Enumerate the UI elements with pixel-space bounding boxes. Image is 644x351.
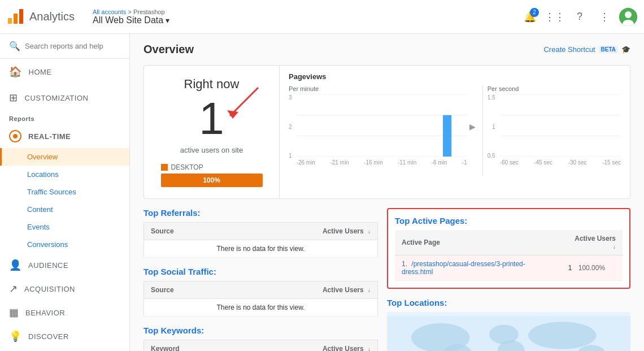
svg-rect-0	[8, 18, 12, 24]
acquisition-icon: ↗	[9, 283, 18, 295]
keywords-users-label: Active Users	[323, 345, 364, 351]
x-label-16min: -16 min	[364, 159, 382, 166]
keywords-table: Keyword Active Users ↓	[143, 340, 378, 351]
home-icon: 🏠	[9, 66, 22, 78]
x-label-21min: -21 min	[330, 159, 349, 166]
realtime-dot	[13, 134, 18, 138]
logo: Analytics	[7, 8, 75, 26]
social-table: Source Active Users ↓ There is no data f…	[143, 281, 378, 317]
social-empty-msg: There is no data for this view.	[144, 299, 378, 317]
sidebar-item-realtime[interactable]: REAL-TIME	[0, 124, 129, 148]
beta-badge: BETA	[599, 46, 618, 53]
notification-badge: 2	[530, 8, 539, 17]
right-arrow-icon: ▶	[469, 122, 476, 131]
per-minute-chart: Per minute 3 2 1	[289, 85, 483, 176]
svg-point-4	[625, 11, 632, 18]
sort-icon-pages: ↓	[613, 244, 616, 250]
page-user-count: 1	[568, 264, 572, 272]
active-users-label: active users on site	[180, 146, 243, 154]
conversions-label: Conversions	[27, 240, 68, 249]
svg-rect-12	[443, 115, 451, 157]
help-button[interactable]: ?	[569, 7, 590, 27]
sidebar-item-locations[interactable]: Locations	[0, 166, 129, 183]
sidebar-item-overview[interactable]: Overview	[0, 148, 129, 166]
page-title: Overview	[143, 43, 194, 56]
page-header: Overview Create Shortcut BETA 🎓	[143, 43, 630, 56]
x-label-30sec: -30 sec	[568, 159, 587, 166]
sidebar-item-home[interactable]: 🏠 HOME	[0, 59, 129, 85]
app-title: Analytics	[29, 10, 75, 23]
content-area: Overview Create Shortcut BETA 🎓 Right no…	[130, 34, 644, 351]
create-shortcut-button[interactable]: Create Shortcut BETA 🎓	[543, 45, 630, 54]
desktop-pct: 100%	[203, 176, 220, 184]
top-keywords-title[interactable]: Top Keywords:	[143, 326, 378, 335]
pageviews-title: Pageviews	[289, 72, 621, 81]
top-social-title[interactable]: Top Social Traffic:	[143, 267, 378, 276]
sidebar-item-traffic-sources[interactable]: Traffic Sources	[0, 183, 129, 201]
per-minute-svg	[297, 94, 467, 157]
search-input[interactable]	[25, 42, 120, 50]
user-avatar[interactable]	[619, 8, 637, 26]
traffic-sources-label: Traffic Sources	[27, 188, 76, 196]
reports-section-label: Reports	[0, 111, 129, 124]
discover-label: DISCOVER	[28, 332, 69, 341]
breadcrumb-link[interactable]: All accounts	[93, 8, 126, 15]
site-selector[interactable]: All Web Site Data ▾	[93, 15, 513, 25]
right-now-panel: Right now 1 active users on site	[144, 66, 280, 198]
sort-icon: ↓	[368, 228, 371, 235]
top-locations-title[interactable]: Top Locations:	[387, 298, 630, 307]
y-label-0.5: 0.5	[488, 153, 495, 159]
y-label-1: 1	[289, 153, 292, 159]
search-row: 🔍	[0, 34, 129, 59]
breadcrumb-site: Prestashop	[133, 8, 165, 15]
referrals-empty-msg: There is no data for this view.	[144, 240, 378, 258]
dropdown-arrow-icon: ▾	[166, 16, 169, 25]
sort-icon-social: ↓	[368, 287, 371, 293]
page-link[interactable]: /prestashop/casual-dresses/3-printed-dre…	[402, 260, 525, 276]
page-user-pct: 100.00%	[578, 264, 605, 272]
top-referrals-title[interactable]: Top Referrals:	[143, 208, 378, 218]
sort-icon-keywords: ↓	[368, 346, 371, 351]
arrow-icon	[213, 85, 269, 130]
discover-icon: 💡	[9, 330, 21, 343]
pageviews-panel: Pageviews Per minute 3 2 1	[280, 66, 630, 198]
desktop-color	[161, 164, 168, 171]
site-name: All Web Site Data	[93, 15, 163, 25]
help-icon: ?	[577, 11, 582, 23]
events-label: Events	[27, 223, 50, 231]
sidebar-item-content[interactable]: Content	[0, 201, 129, 218]
map-placeholder	[387, 312, 630, 351]
social-source-header: Source	[144, 281, 231, 299]
more-options-button[interactable]: ⋮	[594, 7, 615, 27]
apps-button[interactable]: ⋮⋮	[545, 7, 565, 27]
svg-rect-1	[14, 14, 18, 24]
referrals-source-header: Source	[144, 223, 231, 240]
customization-label: CUSTOMIZATION	[25, 94, 89, 102]
right-col: Top Active Pages: Active Page Active Use…	[387, 208, 630, 351]
sidebar-item-acquisition[interactable]: ↗ ACQUISITION	[0, 277, 129, 301]
keywords-col2-header: Active Users ↓	[239, 340, 378, 352]
active-page-col-header: Active Page	[395, 230, 562, 255]
top-active-pages-title[interactable]: Top Active Pages:	[395, 216, 623, 226]
y-label-2: 2	[289, 124, 292, 130]
sidebar-item-events[interactable]: Events	[0, 218, 129, 236]
per-second-svg	[500, 94, 621, 157]
realtime-label: REAL-TIME	[28, 132, 71, 141]
sidebar-item-behavior[interactable]: ▦ BEHAVIOR	[0, 301, 129, 324]
left-col: Top Referrals: Source Active Users ↓	[143, 208, 387, 351]
sidebar-item-customization[interactable]: ⊞ CUSTOMIZATION	[0, 85, 129, 111]
avatar-image	[619, 8, 637, 26]
sidebar-item-discover[interactable]: 💡 DISCOVER	[0, 324, 129, 348]
row-number: 1.	[402, 260, 407, 268]
active-page-row: 1. /prestashop/casual-dresses/3-printed-…	[395, 255, 623, 281]
topbar-icons: 🔔 2 ⋮⋮ ? ⋮	[520, 7, 637, 27]
home-label: HOME	[29, 68, 52, 76]
notifications-button[interactable]: 🔔 2	[520, 7, 540, 27]
x-label-1: -1	[462, 159, 467, 166]
overview-label: Overview	[27, 153, 58, 161]
sidebar-item-audience[interactable]: 👤 AUDIENCE	[0, 253, 129, 277]
sidebar-item-conversions[interactable]: Conversions	[0, 236, 129, 253]
active-page-users-cell: 1 100.00%	[562, 255, 623, 281]
more-icon: ⋮	[599, 11, 610, 23]
referrals-users-header: Active Users ↓	[231, 223, 378, 240]
